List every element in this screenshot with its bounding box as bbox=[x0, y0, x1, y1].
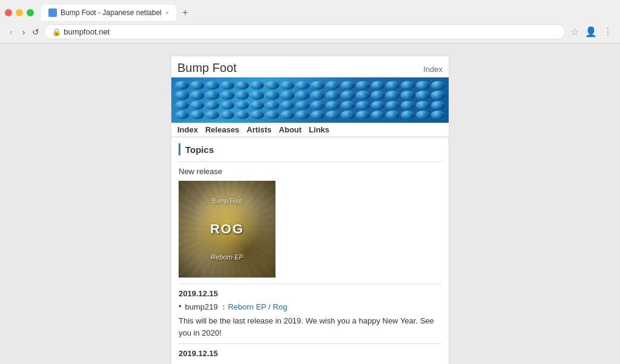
banner-dot bbox=[371, 101, 385, 109]
browser-chrome: Bump Foot - Japanese netlabel × + ‹ › ↺ … bbox=[0, 0, 620, 44]
nav-about[interactable]: About bbox=[279, 125, 302, 134]
menu-icon[interactable]: ⋮ bbox=[603, 26, 613, 37]
banner-dot bbox=[280, 81, 294, 89]
banner-dot bbox=[236, 101, 249, 109]
banner-dot bbox=[341, 111, 355, 119]
banner-dot bbox=[295, 111, 309, 119]
bullet-dot-1: • bbox=[179, 302, 182, 313]
address-bar: ‹ › ↺ 🔒 bumpfoot.net ☆ 👤 ⋮ bbox=[0, 21, 620, 43]
banner-dot bbox=[280, 101, 294, 109]
site-nav: Index Releases Artists About Links bbox=[171, 123, 449, 137]
tab-bar: Bump Foot - Japanese netlabel × + bbox=[0, 0, 620, 21]
banner-dot bbox=[311, 91, 325, 99]
banner-dot bbox=[326, 101, 340, 109]
banner-dot bbox=[175, 111, 189, 119]
banner-dot bbox=[431, 91, 445, 99]
album-top-text: Bump Foot bbox=[179, 198, 275, 204]
profile-icon[interactable]: 👤 bbox=[585, 26, 597, 37]
banner-dot bbox=[295, 81, 309, 89]
banner-dot bbox=[220, 91, 234, 99]
banner-dot bbox=[311, 101, 325, 109]
banner-dot bbox=[220, 101, 234, 109]
banner-dot bbox=[431, 111, 445, 119]
nav-releases[interactable]: Releases bbox=[205, 125, 239, 134]
maximize-button[interactable] bbox=[27, 9, 34, 16]
minimize-button[interactable] bbox=[16, 9, 23, 16]
date-2: 2019.12.15 bbox=[179, 349, 441, 358]
banner-dot bbox=[416, 81, 430, 89]
banner-dot bbox=[175, 81, 189, 89]
banner-dot bbox=[356, 81, 370, 89]
nav-links[interactable]: Links bbox=[309, 125, 329, 134]
banner-dot bbox=[326, 91, 340, 99]
banner-dot bbox=[220, 111, 234, 119]
active-tab[interactable]: Bump Foot - Japanese netlabel × bbox=[41, 5, 176, 21]
banner-dot bbox=[190, 111, 204, 119]
banner-dot bbox=[371, 91, 385, 99]
url-text: bumpfoot.net bbox=[64, 27, 110, 36]
bookmark-icon[interactable]: ☆ bbox=[570, 26, 579, 37]
banner-dot bbox=[326, 81, 340, 89]
banner-dot bbox=[341, 101, 355, 109]
album-title: ROG bbox=[179, 221, 275, 237]
banner-dot bbox=[401, 91, 415, 99]
site-title: Bump Foot bbox=[177, 61, 237, 75]
close-button[interactable] bbox=[5, 9, 12, 16]
banner-dot bbox=[190, 81, 204, 89]
new-release-label: New release bbox=[179, 167, 441, 176]
banner-dot bbox=[416, 111, 430, 119]
site-header: Bump Foot Index bbox=[171, 56, 449, 77]
banner-dot bbox=[431, 81, 445, 89]
forward-button[interactable]: › bbox=[20, 26, 28, 38]
refresh-button[interactable]: ↺ bbox=[32, 27, 39, 37]
banner-dot bbox=[220, 81, 234, 89]
traffic-lights bbox=[5, 9, 34, 16]
banner-dot bbox=[265, 101, 279, 109]
banner-dot bbox=[175, 91, 189, 99]
banner-dot bbox=[356, 111, 370, 119]
album-bottom-text: Reborn EP bbox=[179, 253, 275, 261]
banner-dot bbox=[401, 111, 415, 119]
banner-dot bbox=[371, 111, 385, 119]
section-1: 2019.12.15 • bump219 ：Reborn EP / Rog Th… bbox=[179, 289, 441, 339]
release-link-1[interactable]: Reborn EP / Rog bbox=[228, 302, 287, 311]
album-cover: Bump Foot ROG Reborn EP bbox=[179, 181, 275, 278]
banner-dot bbox=[265, 91, 279, 99]
banner-dot bbox=[401, 81, 415, 89]
banner-dot bbox=[265, 111, 279, 119]
banner-dot bbox=[280, 111, 294, 119]
url-bar[interactable]: 🔒 bumpfoot.net bbox=[44, 24, 566, 39]
nav-artists[interactable]: Artists bbox=[246, 125, 271, 134]
banner-dot bbox=[205, 101, 219, 109]
banner-dot bbox=[401, 101, 415, 109]
banner-dot bbox=[236, 111, 249, 119]
new-tab-button[interactable]: + bbox=[179, 6, 191, 19]
banner-dot bbox=[205, 91, 219, 99]
banner-dot bbox=[371, 81, 385, 89]
banner-dot bbox=[295, 101, 309, 109]
banner-dot bbox=[175, 101, 189, 109]
index-link[interactable]: Index bbox=[423, 65, 443, 74]
item-prefix-1: bump219 ： bbox=[185, 302, 228, 311]
tab-close-button[interactable]: × bbox=[165, 9, 169, 16]
section-2: 2019.12.15 The Hardliner released web mu… bbox=[179, 349, 441, 364]
date-1: 2019.12.15 bbox=[179, 289, 441, 298]
banner-dot bbox=[356, 101, 370, 109]
back-button[interactable]: ‹ bbox=[7, 26, 15, 38]
banner-dot bbox=[295, 91, 309, 99]
page-wrapper: Bump Foot Index Index Releases Artists A… bbox=[0, 44, 620, 364]
banner-dot bbox=[311, 111, 325, 119]
banner-dot bbox=[250, 91, 264, 99]
nav-index[interactable]: Index bbox=[177, 125, 198, 134]
banner-dot bbox=[250, 111, 264, 119]
banner-dot bbox=[190, 101, 204, 109]
banner-dot bbox=[341, 91, 355, 99]
lock-icon: 🔒 bbox=[52, 28, 61, 36]
banner-dot bbox=[386, 91, 400, 99]
site-banner bbox=[171, 77, 449, 123]
banner-dot bbox=[386, 101, 400, 109]
banner-dots bbox=[171, 77, 449, 123]
banner-dot bbox=[280, 91, 294, 99]
description-1: This will be the last release in 2019. W… bbox=[179, 315, 441, 339]
banner-dot bbox=[356, 91, 370, 99]
